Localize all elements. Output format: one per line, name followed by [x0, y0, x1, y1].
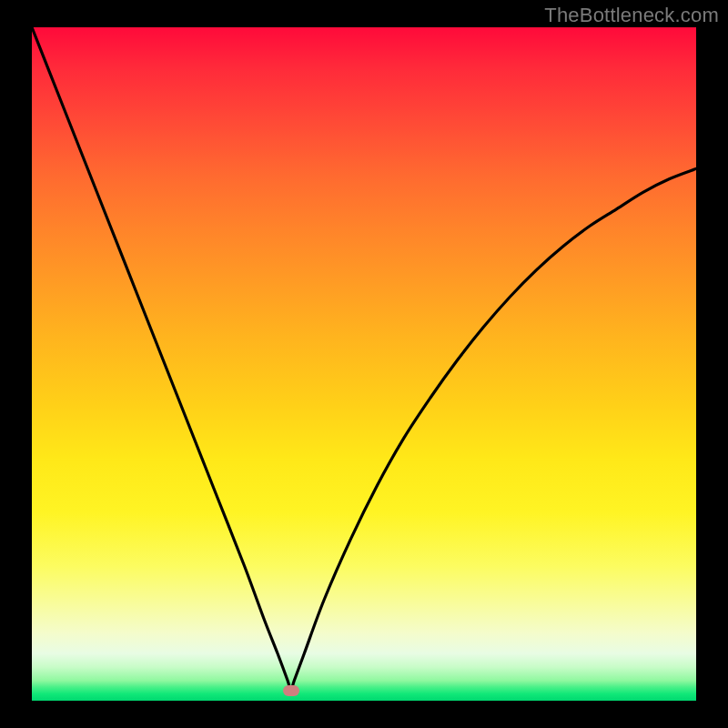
plot-area: [32, 27, 696, 701]
watermark-text: TheBottleneck.com: [544, 4, 719, 27]
optimal-point-marker: [283, 685, 299, 696]
chart-frame: TheBottleneck.com: [0, 0, 728, 728]
bottleneck-curve: [32, 27, 696, 701]
